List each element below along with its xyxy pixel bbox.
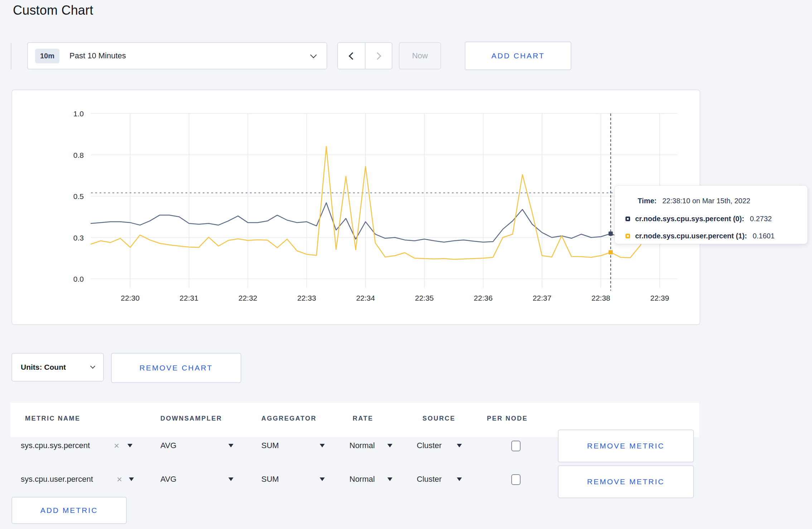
chart-card: 0.00.30.50.81.022:3022:3122:3222:3322:34… [11, 89, 700, 325]
next-time-button[interactable] [365, 43, 392, 69]
time-range-badge: 10m [35, 49, 59, 63]
tooltip-time-label: Time: [638, 197, 657, 205]
tooltip-series-value: 0.1601 [753, 232, 774, 240]
source-dropdown-icon[interactable] [457, 444, 462, 447]
chart-tooltip: Time: 22:38:10 on Mar 15th, 2022 cr.node… [614, 185, 808, 244]
downsampler-dropdown-icon[interactable] [228, 477, 233, 481]
tooltip-series-row: cr.node.sys.cpu.user.percent (1): 0.1601 [615, 230, 807, 242]
series-line-user [91, 146, 670, 259]
toolbar-divider [11, 43, 11, 69]
x-axis-label: 22:39 [650, 294, 669, 302]
units-label: Units: Count [21, 363, 66, 372]
rate-value[interactable]: Normal [349, 441, 375, 450]
x-axis-label: 22:34 [356, 294, 375, 302]
time-range-select[interactable]: 10m Past 10 Minutes [27, 42, 327, 69]
now-button[interactable]: Now [399, 42, 441, 69]
metric-name-value[interactable]: sys.cpu.user.percent [21, 475, 93, 484]
sys-series-swatch-icon [625, 217, 630, 221]
tooltip-time-value: 22:38:10 on Mar 15th, 2022 [662, 197, 750, 205]
column-header-rate: RATE [353, 415, 373, 422]
prev-time-button[interactable] [338, 43, 365, 69]
time-nav-group [337, 42, 392, 69]
x-axis-label: 22:30 [121, 294, 140, 302]
tooltip-series-value: 0.2732 [750, 215, 772, 223]
source-dropdown-icon[interactable] [457, 477, 462, 481]
column-header-per-node: PER NODE [487, 415, 528, 422]
chevron-right-icon [374, 52, 381, 59]
clear-metric-icon[interactable]: × [114, 441, 119, 450]
remove-chart-button[interactable]: REMOVE CHART [111, 353, 241, 383]
series-line-sys [91, 203, 670, 242]
rate-value[interactable]: Normal [349, 475, 375, 484]
aggregator-value[interactable]: SUM [261, 441, 279, 450]
x-axis-label: 22:37 [533, 294, 552, 302]
x-axis-label: 22:38 [591, 294, 610, 302]
add-metric-button[interactable]: ADD METRIC [11, 497, 127, 524]
metric-dropdown-icon[interactable] [129, 477, 134, 481]
chevron-left-icon [349, 52, 356, 59]
per-node-checkbox[interactable] [511, 474, 521, 485]
rate-dropdown-icon[interactable] [387, 444, 392, 447]
per-node-checkbox[interactable] [511, 441, 521, 451]
column-header-aggregator: AGGREGATOR [261, 415, 316, 422]
metric-name-value[interactable]: sys.cpu.sys.percent [21, 441, 90, 450]
column-header-source: SOURCE [422, 415, 455, 422]
x-axis-label: 22:33 [297, 294, 316, 302]
clear-metric-icon[interactable]: × [117, 475, 122, 484]
source-value[interactable]: Cluster [417, 441, 442, 450]
x-axis-label: 22:35 [415, 294, 434, 302]
user-series-swatch-icon [625, 234, 630, 238]
source-value[interactable]: Cluster [417, 475, 442, 484]
y-axis-label: 1.0 [73, 110, 84, 118]
chevron-down-icon [310, 52, 316, 58]
chevron-down-icon [90, 364, 95, 369]
column-header-metric-name: METRIC NAME [25, 415, 81, 422]
downsampler-dropdown-icon[interactable] [228, 444, 233, 447]
y-axis-label: 0.5 [73, 192, 84, 200]
y-axis-label: 0.3 [73, 234, 84, 242]
y-axis-label: 0.0 [73, 275, 84, 283]
tooltip-series-label: cr.node.sys.cpu.user.percent (1): [635, 232, 747, 240]
aggregator-value[interactable]: SUM [261, 475, 279, 484]
y-axis-label: 0.8 [73, 151, 84, 159]
crosshair-dot-user [609, 250, 613, 254]
remove-metric-button[interactable]: REMOVE METRIC [558, 465, 694, 498]
x-axis-label: 22:36 [474, 294, 493, 302]
x-axis-label: 22:32 [238, 294, 257, 302]
metric-dropdown-icon[interactable] [127, 444, 132, 447]
chart-svg[interactable]: 0.00.30.50.81.022:3022:3122:3222:3322:34… [12, 90, 700, 324]
time-range-label: Past 10 Minutes [69, 51, 126, 60]
units-select[interactable]: Units: Count [11, 353, 104, 382]
downsampler-value[interactable]: AVG [160, 441, 177, 450]
aggregator-dropdown-icon[interactable] [320, 444, 325, 447]
tooltip-time-row: Time: 22:38:10 on Mar 15th, 2022 [615, 195, 807, 207]
add-chart-button[interactable]: ADD CHART [465, 42, 571, 70]
downsampler-value[interactable]: AVG [160, 475, 177, 484]
rate-dropdown-icon[interactable] [387, 477, 392, 481]
crosshair-dot-sys [609, 232, 613, 236]
tooltip-series-label: cr.node.sys.cpu.sys.percent (0): [635, 215, 744, 223]
column-header-downsampler: DOWNSAMPLER [160, 415, 222, 422]
aggregator-dropdown-icon[interactable] [320, 477, 325, 481]
tooltip-series-row: cr.node.sys.cpu.sys.percent (0): 0.2732 [615, 213, 807, 224]
remove-metric-button[interactable]: REMOVE METRIC [558, 429, 694, 462]
x-axis-label: 22:31 [180, 294, 199, 302]
page-title: Custom Chart [13, 3, 93, 18]
